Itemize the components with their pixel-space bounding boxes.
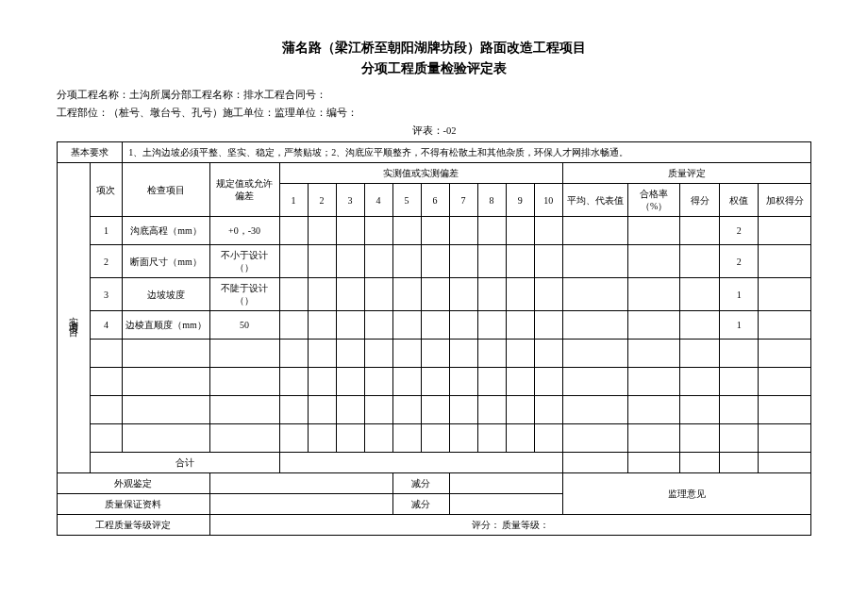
- table-row: 1沟底高程（mm）+0，-30 2: [58, 217, 811, 245]
- sum-row: 合计: [58, 453, 811, 473]
- table-row: 2断面尺寸（mm）不小于设计（） 2: [58, 245, 811, 278]
- grade-row: 工程质量等级评定 评分： 质量等级：: [58, 515, 811, 536]
- table-row: [58, 396, 811, 424]
- hdr-spec: 规定值或允许偏差: [209, 163, 279, 217]
- hdr-weighted: 加权得分: [759, 184, 811, 217]
- hdr-checkitem: 检查项目: [123, 163, 209, 217]
- hdr-col-5: 5: [392, 184, 421, 217]
- table-row: 3边坡坡度不陡于设计（） 1: [58, 278, 811, 311]
- hdr-quality-group: 质量评定: [562, 163, 810, 184]
- title-line1: 蒲名路（梁江桥至朝阳湖牌坊段）路面改造工程项目: [57, 38, 811, 58]
- hdr-col-6: 6: [421, 184, 449, 217]
- hdr-weight: 权值: [719, 184, 759, 217]
- hdr-measured-group: 实测值或实测偏差: [279, 163, 562, 184]
- hdr-col-4: 4: [364, 184, 392, 217]
- side-measure-label: 实测项目: [58, 163, 91, 473]
- hdr-score: 得分: [680, 184, 720, 217]
- hdr-col-9: 9: [506, 184, 534, 217]
- hdr-avg: 平均、代表值: [562, 184, 627, 217]
- inspection-table: 基本要求 1、土沟边坡必须平整、坚实、稳定，严禁贴坡；2、沟底应平顺整齐，不得有…: [57, 141, 811, 536]
- hdr-col-1: 1: [279, 184, 308, 217]
- basic-req-text: 1、土沟边坡必须平整、坚实、稳定，严禁贴坡；2、沟底应平顺整齐，不得有松散土和其…: [123, 142, 811, 163]
- hdr-col-2: 2: [308, 184, 336, 217]
- hdr-col-10: 10: [534, 184, 562, 217]
- hdr-col-8: 8: [477, 184, 506, 217]
- appearance-row: 外观鉴定 减分 监理意见: [58, 473, 811, 494]
- table-row: [58, 368, 811, 396]
- hdr-itemno: 项次: [90, 163, 123, 217]
- hdr-passrate: 合格率（%）: [627, 184, 679, 217]
- eval-number: 评表：-02: [57, 124, 811, 138]
- hdr-col-7: 7: [449, 184, 477, 217]
- hdr-col-3: 3: [336, 184, 364, 217]
- table-row: [58, 424, 811, 453]
- meta-line1: 分项工程名称：土沟所属分部工程名称：排水工程合同号：: [57, 88, 811, 104]
- supervisor-cell: 监理意见: [562, 473, 810, 515]
- meta-line2: 工程部位：（桩号、墩台号、孔号）施工单位：监理单位：编号：: [57, 106, 811, 122]
- basic-req-label: 基本要求: [58, 142, 123, 163]
- title-line2: 分项工程质量检验评定表: [57, 58, 811, 79]
- table-row: [58, 340, 811, 368]
- table-row: 4边棱直顺度（mm）50 1: [58, 311, 811, 340]
